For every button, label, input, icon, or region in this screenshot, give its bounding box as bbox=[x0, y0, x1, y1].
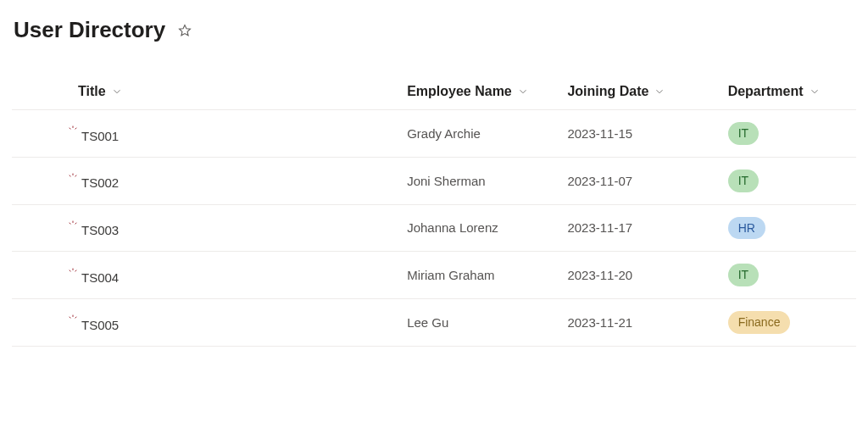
title-text: TS005 bbox=[81, 318, 119, 332]
page-header: User Directory bbox=[12, 17, 856, 43]
cell-employee: Joni Sherman bbox=[400, 157, 560, 204]
cell-department: Finance bbox=[721, 299, 856, 347]
table-header-row: Title Employee Name Joining Date bbox=[12, 75, 856, 110]
cell-joining: 2023-11-17 bbox=[560, 204, 721, 252]
department-badge: IT bbox=[728, 122, 759, 145]
cell-department: IT bbox=[721, 252, 856, 299]
joining-date: 2023-11-07 bbox=[567, 174, 632, 188]
cell-department: HR bbox=[721, 204, 856, 252]
cell-department: IT bbox=[721, 157, 856, 204]
column-header-label: Title bbox=[78, 84, 106, 99]
title-text: TS002 bbox=[81, 175, 119, 190]
title-text: TS001 bbox=[81, 129, 119, 143]
favorite-star-icon[interactable] bbox=[177, 23, 192, 38]
chevron-down-icon bbox=[517, 86, 529, 97]
cell-joining: 2023-11-15 bbox=[560, 110, 721, 158]
joining-date: 2023-11-20 bbox=[567, 268, 632, 282]
item-status-icon bbox=[68, 220, 78, 231]
employee-name: Miriam Graham bbox=[407, 268, 494, 282]
title-text: TS003 bbox=[81, 223, 119, 237]
item-status-icon bbox=[68, 268, 78, 278]
table-row[interactable]: TS004Miriam Graham2023-11-20IT bbox=[12, 252, 856, 299]
item-status-icon bbox=[68, 314, 78, 325]
employee-name: Joni Sherman bbox=[407, 174, 486, 188]
department-badge: IT bbox=[728, 264, 759, 286]
item-status-icon bbox=[68, 173, 78, 183]
cell-employee: Grady Archie bbox=[400, 110, 560, 158]
column-header-label: Employee Name bbox=[407, 84, 512, 99]
column-header-label: Department bbox=[728, 84, 804, 99]
cell-title: TS002 bbox=[12, 157, 400, 204]
column-header-joining[interactable]: Joining Date bbox=[567, 84, 665, 99]
cell-employee: Johanna Lorenz bbox=[400, 204, 560, 252]
table-row[interactable]: TS001Grady Archie2023-11-15IT bbox=[12, 110, 856, 158]
column-header-label: Joining Date bbox=[567, 84, 648, 99]
joining-date: 2023-11-21 bbox=[567, 315, 632, 330]
column-header-employee[interactable]: Employee Name bbox=[407, 84, 529, 99]
table-row[interactable]: TS003Johanna Lorenz2023-11-17HR bbox=[12, 204, 856, 252]
cell-joining: 2023-11-07 bbox=[560, 157, 721, 204]
department-badge: HR bbox=[728, 217, 765, 240]
page-title: User Directory bbox=[14, 17, 165, 43]
cell-title: TS005 bbox=[12, 299, 400, 347]
table-row[interactable]: TS005Lee Gu2023-11-21Finance bbox=[12, 299, 856, 347]
department-badge: Finance bbox=[728, 311, 791, 334]
cell-joining: 2023-11-21 bbox=[560, 299, 721, 347]
joining-date: 2023-11-15 bbox=[567, 126, 632, 141]
cell-title: TS003 bbox=[12, 204, 400, 252]
chevron-down-icon bbox=[111, 86, 123, 97]
user-table: Title Employee Name Joining Date bbox=[12, 75, 856, 347]
department-badge: IT bbox=[728, 169, 759, 192]
chevron-down-icon bbox=[809, 86, 821, 97]
chevron-down-icon bbox=[654, 86, 665, 97]
column-header-department[interactable]: Department bbox=[728, 84, 821, 99]
item-status-icon bbox=[68, 125, 78, 136]
cell-joining: 2023-11-20 bbox=[560, 252, 721, 299]
joining-date: 2023-11-17 bbox=[567, 220, 632, 235]
employee-name: Lee Gu bbox=[407, 315, 448, 330]
title-text: TS004 bbox=[81, 270, 119, 285]
cell-employee: Lee Gu bbox=[400, 299, 560, 347]
cell-department: IT bbox=[721, 110, 856, 158]
column-header-title[interactable]: Title bbox=[78, 84, 123, 99]
table-row[interactable]: TS002Joni Sherman2023-11-07IT bbox=[12, 157, 856, 204]
employee-name: Grady Archie bbox=[407, 126, 481, 141]
cell-title: TS004 bbox=[12, 252, 400, 299]
cell-employee: Miriam Graham bbox=[400, 252, 560, 299]
employee-name: Johanna Lorenz bbox=[407, 220, 498, 235]
cell-title: TS001 bbox=[12, 110, 400, 158]
